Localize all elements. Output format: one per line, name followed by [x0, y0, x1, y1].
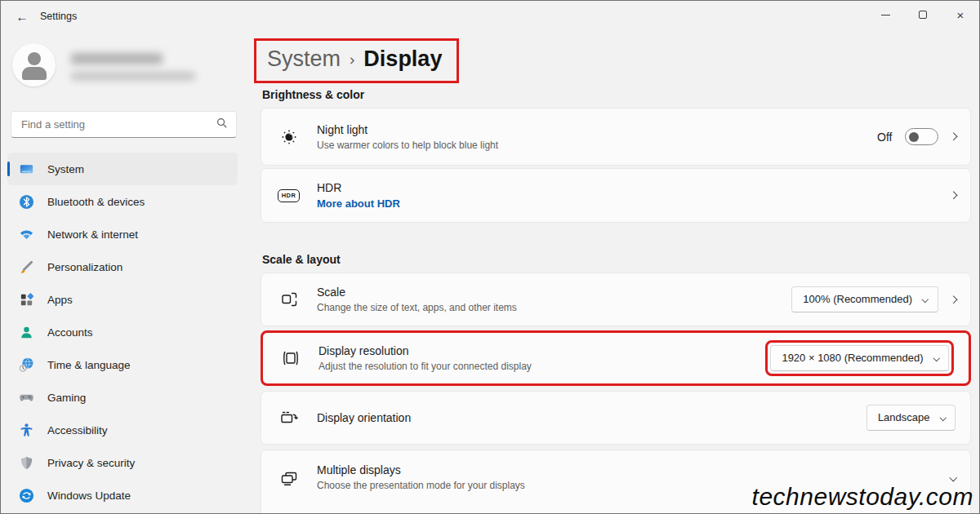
section-brightness-color: Brightness & color — [262, 88, 364, 101]
hdr-row[interactable]: HDR HDR More about HDR — [261, 168, 971, 223]
multiple-displays-icon — [278, 468, 300, 488]
display-orientation-row[interactable]: Display orientation Landscape — [261, 391, 971, 445]
night-light-toggle[interactable] — [905, 128, 938, 145]
multiple-displays-subtitle: Choose the presentation mode for your di… — [317, 480, 525, 491]
settings-window: ← Settings × — [0, 0, 980, 514]
app-title: Settings — [40, 11, 77, 22]
sidebar-item-accessibility[interactable]: Accessibility — [7, 414, 238, 446]
chevron-right-icon — [949, 192, 956, 199]
network-wifi-icon — [18, 226, 34, 242]
search-box — [11, 111, 237, 138]
display-orientation-title: Display orientation — [317, 411, 411, 424]
chevron-down-icon — [949, 474, 956, 481]
breadcrumb-annotation-box: System › Display — [254, 38, 459, 83]
sidebar-item-gaming[interactable]: Gaming — [7, 381, 238, 414]
accessibility-person-icon — [18, 422, 34, 438]
resolution-dropdown-annotation-box: 1920 × 1080 (Recommended) — [765, 340, 954, 376]
scale-icon — [278, 290, 300, 309]
minimize-button[interactable] — [866, 1, 904, 29]
back-button[interactable]: ← — [12, 7, 32, 25]
system-icon — [18, 161, 34, 177]
scale-subtitle: Change the size of text, apps, and other… — [317, 302, 517, 313]
breadcrumb-separator-icon: › — [350, 51, 354, 69]
sidebar-item-apps[interactable]: Apps — [7, 283, 238, 316]
apps-icon — [18, 291, 34, 308]
night-light-row[interactable]: Night light Use warmer colors to help bl… — [261, 108, 971, 166]
gaming-controller-icon — [18, 389, 34, 405]
bluetooth-icon — [18, 193, 34, 210]
sidebar-item-label: Personalization — [47, 261, 122, 273]
chevron-down-icon — [939, 414, 946, 421]
sidebar-item-label: Accessibility — [47, 424, 108, 436]
sidebar-item-windows-update[interactable]: Windows Update — [7, 479, 238, 512]
multiple-displays-title: Multiple displays — [317, 463, 525, 476]
sidebar-item-system[interactable]: System — [7, 153, 238, 185]
watermark: technewstoday.com — [752, 483, 973, 511]
sidebar-item-label: Bluetooth & devices — [47, 196, 145, 208]
user-email-redacted — [71, 72, 195, 81]
page-title: Display — [363, 47, 442, 72]
hdr-icon: HDR — [278, 189, 300, 202]
display-orientation-dropdown-value: Landscape — [878, 411, 930, 423]
close-button[interactable]: × — [942, 1, 979, 29]
windows-update-icon — [18, 487, 34, 503]
sidebar-item-label: Windows Update — [47, 490, 131, 502]
display-resolution-dropdown-value: 1920 × 1080 (Recommended) — [782, 352, 923, 364]
chevron-down-icon — [922, 296, 929, 303]
display-resolution-subtitle: Adjust the resolution to fit your connec… — [318, 361, 532, 372]
sidebar-item-label: Time & language — [47, 359, 131, 371]
sidebar-nav: System Bluetooth & devices Network & int… — [7, 153, 238, 512]
display-resolution-title: Display resolution — [318, 344, 532, 357]
scale-row[interactable]: Scale Change the size of text, apps, and… — [261, 273, 971, 326]
night-light-toggle-label: Off — [877, 131, 892, 144]
search-icon — [216, 117, 228, 132]
maximize-button[interactable] — [904, 1, 942, 29]
breadcrumb-parent[interactable]: System — [267, 47, 341, 72]
chevron-right-icon — [949, 295, 956, 303]
sidebar-item-bluetooth-devices[interactable]: Bluetooth & devices — [7, 185, 238, 218]
accounts-person-icon — [18, 324, 34, 340]
minimize-icon — [881, 15, 890, 16]
night-light-subtitle: Use warmer colors to help block blue lig… — [317, 140, 498, 151]
chevron-right-icon — [949, 133, 956, 140]
sidebar-item-label: System — [47, 163, 84, 175]
sidebar-item-accounts[interactable]: Accounts — [7, 316, 238, 348]
sidebar-item-privacy-security[interactable]: Privacy & security — [7, 446, 238, 479]
sidebar-item-label: Gaming — [47, 392, 86, 404]
display-resolution-row[interactable]: Display resolution Adjust the resolution… — [261, 330, 971, 386]
maximize-icon — [919, 11, 927, 19]
back-arrow-icon: ← — [16, 10, 29, 24]
display-orientation-icon — [278, 408, 300, 428]
sidebar-item-label: Network & internet — [47, 228, 138, 241]
time-language-globe-clock-icon — [18, 357, 34, 373]
close-icon: × — [957, 9, 964, 21]
window-controls: × — [866, 1, 979, 29]
sidebar-item-time-language[interactable]: Time & language — [7, 348, 238, 381]
night-light-title: Night light — [317, 123, 498, 136]
display-orientation-dropdown[interactable]: Landscape — [866, 405, 956, 431]
sidebar-item-network-internet[interactable]: Network & internet — [7, 218, 238, 250]
sidebar-item-label: Apps — [47, 294, 73, 306]
scale-dropdown[interactable]: 100% (Recommended) — [791, 286, 938, 312]
display-resolution-dropdown[interactable]: 1920 × 1080 (Recommended) — [770, 345, 949, 371]
night-light-icon — [278, 127, 300, 147]
personalization-brush-icon — [18, 259, 34, 275]
hdr-title: HDR — [317, 181, 400, 194]
chevron-down-icon — [933, 355, 939, 361]
user-display-name-redacted — [71, 53, 163, 64]
more-about-hdr-link[interactable]: More about HDR — [317, 197, 400, 210]
display-resolution-icon — [279, 348, 301, 368]
scale-title: Scale — [317, 286, 517, 299]
section-scale-layout: Scale & layout — [262, 253, 341, 266]
sidebar-item-label: Privacy & security — [47, 457, 135, 469]
avatar-person-icon — [28, 52, 41, 65]
sidebar-item-personalization[interactable]: Personalization — [7, 250, 238, 283]
titlebar: ← Settings × — [1, 1, 979, 32]
scale-dropdown-value: 100% (Recommended) — [803, 293, 912, 305]
avatar — [12, 43, 56, 86]
sidebar-item-label: Accounts — [47, 326, 93, 339]
privacy-shield-icon — [18, 454, 34, 471]
search-input[interactable] — [21, 118, 216, 131]
